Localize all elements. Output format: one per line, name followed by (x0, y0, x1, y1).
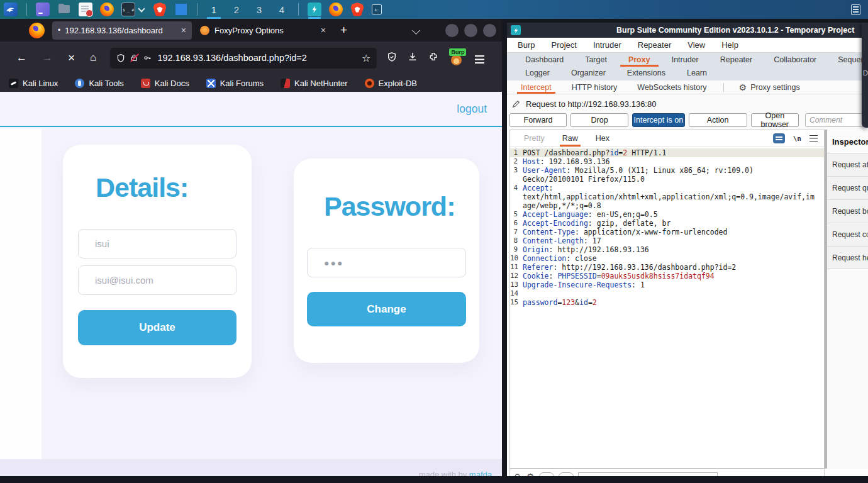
main-tab[interactable]: Dashboard (515, 53, 574, 67)
toolbar-button[interactable]: Action (689, 113, 747, 127)
inspector-section[interactable]: Request body parameters (827, 199, 868, 223)
inspector-section[interactable]: Request cookies (827, 223, 868, 246)
toolbar-button[interactable]: Drop (570, 113, 628, 127)
window-icon[interactable] (36, 3, 50, 16)
request-line[interactable]: 6Accept-Encoding: gzip, deflate, br (510, 219, 824, 228)
request-line[interactable]: 11Referer: http://192.168.93.136/dashboa… (510, 263, 824, 272)
request-line[interactable]: 4Accept: (510, 184, 824, 192)
search-prev-button[interactable] (539, 472, 554, 477)
request-line[interactable]: 13Upgrade-Insecure-Requests: 1 (510, 280, 824, 289)
toolbar-button[interactable]: Intercept is on (632, 113, 685, 127)
toolbar-button[interactable]: Open browser (751, 113, 799, 127)
extensions-icon[interactable] (428, 52, 438, 64)
main-tab[interactable]: Repeater (709, 53, 763, 67)
proxy-subtab[interactable]: Intercept (511, 80, 562, 94)
protection-shield-icon[interactable] (387, 52, 397, 65)
menu-item[interactable]: Help (713, 40, 747, 50)
stop-icon[interactable]: × (68, 51, 75, 65)
tab-close-icon[interactable]: × (181, 25, 186, 35)
request-line[interactable]: 7Content-Type: application/x-www-form-ur… (510, 228, 824, 236)
request-line[interactable]: text/html,application/xhtml+xml,applicat… (510, 192, 824, 201)
menu-item[interactable]: View (679, 40, 713, 50)
main-tab[interactable]: Proxy (618, 53, 661, 67)
key-icon[interactable] (143, 54, 152, 62)
search-settings-gear-icon[interactable]: ⚙ (526, 472, 535, 476)
request-line[interactable]: 2Host: 192.168.93.136 (510, 157, 824, 166)
workspace-button[interactable]: 4 (274, 0, 290, 19)
tab-close-icon[interactable]: × (321, 25, 326, 35)
comment-input[interactable] (805, 113, 868, 127)
tray-icon[interactable] (851, 4, 860, 15)
show-newlines-toggle[interactable]: \n (793, 135, 801, 143)
forward-icon[interactable]: → (42, 52, 53, 64)
main-tab[interactable]: Extensions (616, 67, 676, 79)
gear-icon[interactable]: ⚙ (739, 82, 747, 92)
request-line[interactable]: 1POST /dashboard.php?id=2 HTTP/1.1 (510, 148, 824, 157)
insecure-lock-icon[interactable] (130, 53, 138, 62)
request-line[interactable]: 14 (510, 289, 824, 298)
back-icon[interactable]: ← (16, 52, 27, 64)
main-tab[interactable]: Target (574, 53, 618, 67)
firefox-logo-icon[interactable] (29, 23, 45, 38)
inspector-section[interactable]: Request headers (827, 246, 868, 269)
inspector-section[interactable]: Request query parameters (827, 176, 868, 199)
text-editor-icon[interactable] (79, 3, 92, 16)
brave-icon[interactable] (350, 3, 364, 16)
browser-tab-dashboard[interactable]: • 192.168.93.136/dashboard × (52, 21, 192, 40)
editor-tab[interactable]: Pretty (515, 130, 554, 147)
password-input[interactable] (307, 248, 466, 277)
terminal-icon[interactable] (121, 3, 135, 16)
close-button[interactable] (483, 24, 496, 37)
main-tab[interactable]: Intruder (661, 53, 709, 67)
bookmark-item[interactable]: Kali Linux (9, 79, 58, 88)
proxy-settings-tab[interactable]: Proxy settings (750, 83, 800, 92)
browser-tab-foxyproxy[interactable]: FoxyProxy Options × (194, 21, 331, 40)
syntax-highlight-icon[interactable] (773, 133, 785, 143)
bookmark-item[interactable]: Exploit-DB (365, 79, 417, 88)
search-next-button[interactable] (559, 472, 574, 477)
proxy-subtab[interactable]: HTTP history (562, 80, 628, 94)
email-input[interactable] (78, 265, 236, 295)
toolbar-button[interactable]: Forward (509, 113, 567, 127)
request-line[interactable]: age/webp,*/*;q=0.8 (510, 201, 824, 210)
bookmark-star-icon[interactable]: ☆ (362, 52, 370, 64)
request-line[interactable]: 9Origin: http://192.168.93.136 (510, 245, 824, 254)
main-tab[interactable]: Organizer (560, 67, 616, 79)
new-tab-button[interactable]: + (340, 23, 347, 37)
url-bar[interactable]: 192.168.93.136/dashboard.php?id=2 ☆ (110, 48, 377, 69)
main-tab[interactable]: Learn (676, 67, 718, 79)
menu-hamburger-icon[interactable] (475, 55, 483, 62)
username-input[interactable] (78, 229, 236, 258)
kali-menu-icon[interactable] (4, 3, 18, 16)
request-line[interactable]: 12Cookie: PHPSESSID=09auks5usdk8hsiss7id… (510, 272, 824, 280)
workspace-button[interactable]: 1 (206, 0, 222, 19)
minimize-button[interactable] (445, 24, 459, 37)
firefox-icon[interactable] (329, 3, 343, 16)
footer-author-link[interactable]: mafda (469, 470, 492, 476)
bookmark-item[interactable]: Kali NetHunter (281, 79, 348, 88)
request-line[interactable]: 10Connection: close (510, 254, 824, 263)
bookmark-item[interactable]: Kali Forums (206, 79, 264, 88)
editor-tab[interactable]: Raw (554, 130, 587, 147)
shield-icon[interactable] (116, 53, 125, 63)
burp-icon[interactable] (308, 3, 321, 16)
request-line[interactable]: Gecko/20100101 Firefox/115.0 (510, 175, 824, 184)
chevron-down-icon[interactable] (138, 5, 145, 12)
change-button[interactable]: Change (307, 292, 466, 326)
editor-tab[interactable]: Hex (587, 130, 618, 147)
list-tabs-chevron-icon[interactable] (412, 26, 420, 35)
maximize-button[interactable] (464, 24, 477, 37)
request-line[interactable]: 15password=123&id=2 (510, 298, 824, 307)
request-line[interactable]: 8Content-Length: 17 (510, 236, 824, 245)
request-line[interactable]: 3User-Agent: Mozilla/5.0 (X11; Linux x86… (510, 166, 824, 175)
menu-item[interactable]: Project (543, 40, 584, 50)
vscode-icon[interactable] (174, 3, 188, 16)
menu-item[interactable]: Intruder (585, 40, 630, 50)
file-manager-icon[interactable] (57, 3, 71, 16)
workspace-button[interactable]: 2 (228, 0, 245, 19)
request-line[interactable]: 5Accept-Language: en-US,en;q=0.5 (510, 210, 824, 219)
search-input[interactable] (578, 472, 718, 476)
foxyproxy-icon[interactable]: Burp (449, 50, 464, 65)
home-icon[interactable]: ⌂ (90, 52, 96, 64)
editor-menu-icon[interactable] (810, 135, 818, 142)
